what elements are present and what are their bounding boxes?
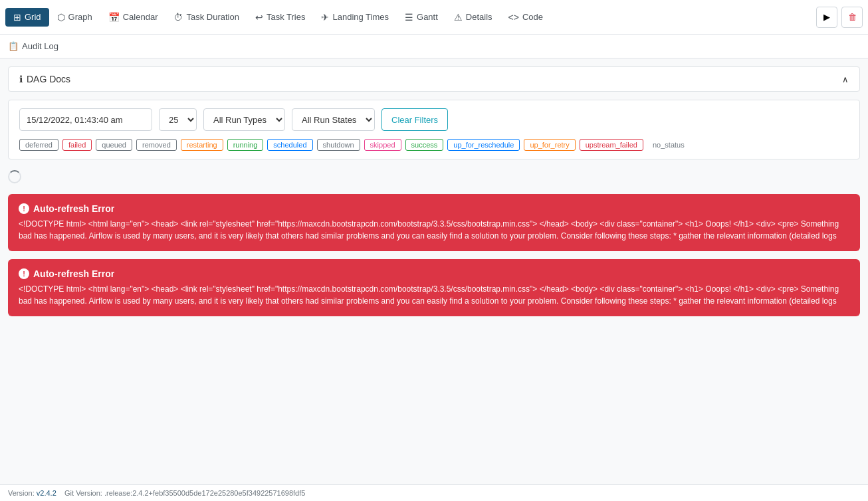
- nav-gantt-label: Gantt: [417, 12, 438, 22]
- nav-item-calendar[interactable]: 📅 Calendar: [100, 8, 166, 27]
- error-card-1: ! Auto-refresh Error <!DOCTYPE html> <ht…: [8, 194, 860, 251]
- badge-upstream-failed[interactable]: upstream_failed: [580, 139, 643, 151]
- code-icon: <>: [508, 12, 519, 23]
- run-states-select[interactable]: All Run States: [292, 108, 375, 131]
- dag-docs-title: ℹ DAG Docs: [19, 74, 70, 84]
- audit-log-link[interactable]: 📋 Audit Log: [8, 41, 58, 51]
- nav-item-code[interactable]: <> Code: [500, 8, 551, 27]
- nav-landing-times-label: Landing Times: [332, 12, 389, 22]
- nav-item-gantt[interactable]: ☰ Gantt: [397, 8, 446, 27]
- badge-skipped[interactable]: skipped: [364, 139, 401, 151]
- badge-failed[interactable]: failed: [62, 139, 92, 151]
- second-navigation: 📋 Audit Log: [0, 35, 868, 58]
- error-icon-2: !: [19, 268, 29, 279]
- badge-running[interactable]: running: [227, 139, 264, 151]
- badge-no-status[interactable]: no_status: [647, 140, 690, 150]
- count-select[interactable]: 25: [159, 108, 197, 131]
- badge-queued[interactable]: queued: [96, 139, 132, 151]
- graph-icon: ⬡: [57, 12, 65, 23]
- nav-task-tries-label: Task Tries: [267, 12, 306, 22]
- audit-log-icon: 📋: [8, 41, 19, 51]
- badge-deferred[interactable]: deferred: [19, 139, 58, 151]
- badge-up-for-reschedule[interactable]: up_for_reschedule: [447, 139, 520, 151]
- nav-details-label: Details: [466, 12, 492, 22]
- error-card-2-title: ! Auto-refresh Error: [19, 268, 849, 279]
- gantt-icon: ☰: [405, 12, 413, 23]
- badge-success[interactable]: success: [405, 139, 444, 151]
- nav-item-landing-times[interactable]: ✈ Landing Times: [313, 8, 397, 27]
- nav-grid-label: Grid: [25, 12, 41, 22]
- error-icon-1: !: [19, 203, 29, 214]
- landing-times-icon: ✈: [321, 12, 329, 23]
- loading-spinner: [8, 170, 21, 183]
- badge-scheduled[interactable]: scheduled: [267, 139, 312, 151]
- badge-up-for-retry[interactable]: up_for_retry: [524, 139, 575, 151]
- error-card-2-body: <!DOCTYPE html> <html lang="en"> <head> …: [19, 283, 849, 307]
- nav-code-label: Code: [522, 12, 543, 22]
- nav-item-grid[interactable]: ⊞ Grid: [5, 8, 49, 27]
- status-badges-row: deferred failed queued removed restartin…: [19, 139, 849, 151]
- run-button[interactable]: ▶: [816, 7, 837, 28]
- nav-task-duration-label: Task Duration: [186, 12, 239, 22]
- task-tries-icon: ↩: [255, 12, 263, 23]
- nav-calendar-label: Calendar: [123, 12, 158, 22]
- top-navigation: ⊞ Grid ⬡ Graph 📅 Calendar ⏱ Task Duratio…: [0, 0, 868, 35]
- nav-item-task-duration[interactable]: ⏱ Task Duration: [165, 8, 247, 27]
- delete-button[interactable]: 🗑: [841, 7, 863, 28]
- badge-restarting[interactable]: restarting: [181, 139, 223, 151]
- details-icon: ⚠: [454, 12, 463, 23]
- badge-shutdown[interactable]: shutdown: [317, 139, 360, 151]
- filters-row: 25 All Run Types All Run States Clear Fi…: [19, 108, 849, 131]
- badge-removed[interactable]: removed: [136, 139, 177, 151]
- nav-graph-label: Graph: [68, 12, 92, 22]
- filters-section: 25 All Run Types All Run States Clear Fi…: [8, 100, 860, 159]
- error-card-1-body: <!DOCTYPE html> <html lang="en"> <head> …: [19, 218, 849, 242]
- nav-item-graph[interactable]: ⬡ Graph: [49, 8, 100, 27]
- main-content: ! Auto-refresh Error <!DOCTYPE html> <ht…: [8, 170, 860, 316]
- nav-right-actions: ▶ 🗑: [816, 7, 863, 28]
- dag-docs-section[interactable]: ℹ DAG Docs ∧: [8, 66, 860, 92]
- date-filter-input[interactable]: [19, 108, 152, 131]
- error-card-1-title: ! Auto-refresh Error: [19, 203, 849, 214]
- clear-filters-button[interactable]: Clear Filters: [381, 108, 448, 131]
- error-card-2: ! Auto-refresh Error <!DOCTYPE html> <ht…: [8, 259, 860, 316]
- nav-item-task-tries[interactable]: ↩ Task Tries: [247, 8, 314, 27]
- dag-docs-info-icon: ℹ: [19, 74, 23, 84]
- run-types-select[interactable]: All Run Types: [203, 108, 285, 131]
- dag-docs-collapse-icon: ∧: [842, 74, 849, 84]
- nav-item-details[interactable]: ⚠ Details: [446, 8, 500, 27]
- audit-log-label: Audit Log: [22, 41, 58, 51]
- calendar-icon: 📅: [108, 12, 120, 23]
- grid-icon: ⊞: [13, 12, 21, 23]
- task-duration-icon: ⏱: [173, 12, 183, 23]
